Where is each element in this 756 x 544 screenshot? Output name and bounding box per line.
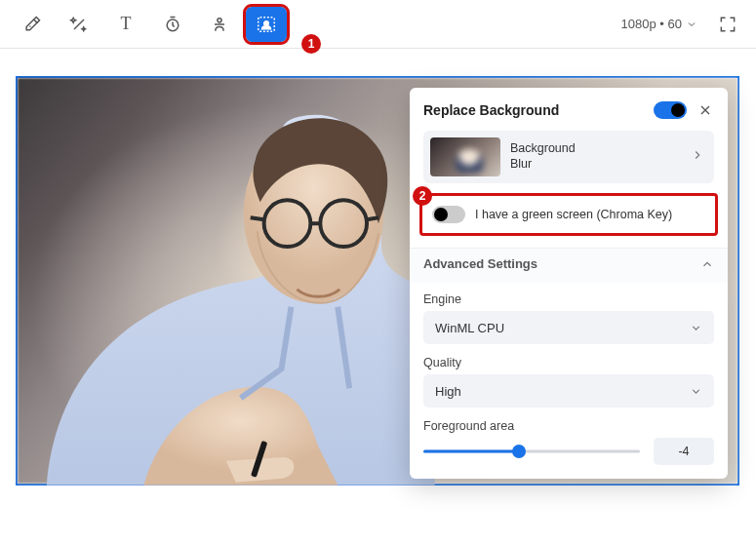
chevron-down-icon (686, 19, 697, 30)
panel-header-actions (654, 101, 714, 119)
replace-background-panel: Replace Background Background Blur (410, 88, 728, 479)
foreground-label: Foreground area (423, 419, 714, 433)
presenter-tool[interactable] (199, 7, 240, 42)
output-settings[interactable]: 1080p • 60 (621, 17, 697, 31)
svg-point-3 (264, 20, 269, 25)
fullscreen-button[interactable] (711, 8, 744, 41)
advanced-settings-header[interactable]: Advanced Settings (410, 248, 728, 283)
chevron-down-icon (690, 322, 702, 334)
annotation-badge-2: 2 (413, 186, 432, 206)
chroma-key-row: 2 I have a green screen (Chroma Key) (419, 193, 718, 236)
top-toolbar: T 1080p • 60 (0, 0, 756, 49)
color-picker-tool[interactable] (12, 7, 53, 42)
quality-select[interactable]: High (423, 374, 714, 408)
foreground-field: Foreground area -4 (423, 419, 714, 465)
svg-point-1 (218, 18, 221, 21)
background-replace-tool[interactable] (246, 7, 287, 42)
engine-value: WinML CPU (435, 321, 504, 335)
text-icon: T (121, 14, 132, 34)
chevron-up-icon (700, 257, 714, 271)
panel-header: Replace Background (423, 101, 714, 119)
text-tool[interactable]: T (105, 7, 146, 42)
close-icon (697, 102, 713, 118)
video-preview[interactable]: Replace Background Background Blur (16, 76, 739, 486)
engine-label: Engine (423, 292, 714, 306)
wand-icon (69, 15, 89, 34)
foreground-value: -4 (654, 438, 714, 465)
toolbar-tools: T (12, 7, 287, 42)
foreground-slider[interactable] (423, 442, 640, 461)
engine-select[interactable]: WinML CPU (423, 311, 714, 344)
background-blur-thumb (430, 137, 500, 176)
background-blur-option[interactable]: Background Blur (423, 131, 714, 183)
timer-tool[interactable] (152, 7, 193, 42)
timer-icon (163, 15, 182, 34)
toolbar-right: 1080p • 60 (621, 8, 744, 41)
stage: Replace Background Background Blur (0, 49, 756, 501)
panel-close-button[interactable] (696, 101, 714, 119)
replace-background-toggle[interactable] (654, 101, 687, 119)
engine-field: Engine WinML CPU (423, 292, 714, 344)
chevron-down-icon (690, 385, 702, 398)
foreground-slider-row: -4 (423, 438, 714, 465)
output-label-text: 1080p • 60 (621, 17, 682, 31)
chroma-key-toggle[interactable] (432, 206, 465, 223)
chroma-key-label: I have a green screen (Chroma Key) (475, 208, 672, 221)
quality-field: Quality High (423, 356, 714, 408)
fullscreen-icon (718, 15, 737, 34)
quality-label: Quality (423, 356, 714, 369)
dropper-icon (22, 15, 42, 34)
presenter-icon (210, 15, 229, 34)
magic-wand-tool[interactable] (59, 7, 99, 42)
background-icon (256, 14, 277, 35)
background-blur-label: Background Blur (510, 141, 576, 172)
chevron-right-icon (691, 148, 704, 166)
advanced-settings-title: Advanced Settings (423, 256, 537, 271)
panel-title: Replace Background (423, 102, 559, 118)
quality-value: High (435, 384, 461, 399)
